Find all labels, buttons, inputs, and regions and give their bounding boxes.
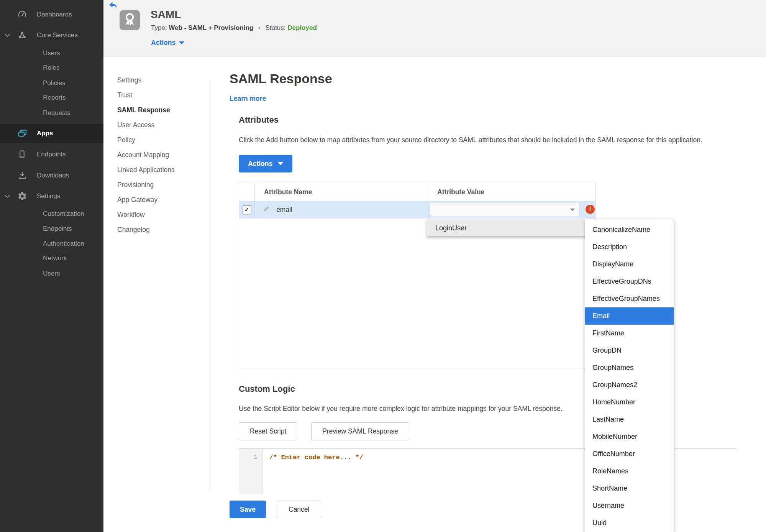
actions-button-label: Actions [248, 160, 272, 168]
sidebar-item-label: Policies [43, 79, 66, 87]
menu-item-mobilenumber[interactable]: MobileNumber [585, 428, 674, 445]
sidebar-item-authentication[interactable]: Authentication [0, 236, 103, 251]
device-icon [17, 149, 27, 159]
menu-item-uuid[interactable]: Uuid [585, 514, 674, 532]
sidebar-item-network[interactable]: Network [0, 251, 103, 266]
menu-item-firstname[interactable]: FirstName [585, 325, 674, 342]
menu-item-email-selected[interactable]: Email [585, 307, 674, 325]
sidebar-item-label: Users [43, 49, 60, 57]
sidebar-item-label: Core Services [37, 31, 78, 39]
preview-saml-response-button[interactable]: Preview SAML Response [311, 422, 409, 440]
tab-policy[interactable]: Policy [117, 133, 205, 148]
tab-user-access[interactable]: User Access [117, 118, 205, 133]
section-title: SAML Response [230, 71, 332, 86]
header-actions-menu[interactable]: Actions [151, 39, 184, 47]
sidebar-item-endpoints[interactable]: Endpoints [0, 147, 103, 162]
chevron-down-icon[interactable] [4, 194, 10, 199]
editor-code-comment[interactable]: /* Enter code here... */ [269, 454, 363, 461]
tab-saml-response[interactable]: SAML Response [117, 103, 205, 118]
content-divider [210, 80, 210, 491]
tab-changelog[interactable]: Changelog [117, 222, 205, 237]
sidebar-item-label: Endpoints [37, 151, 66, 158]
attributes-description: Click the Add button below to map attrib… [239, 136, 741, 144]
save-button[interactable]: Save [230, 501, 266, 518]
pencil-icon[interactable] [262, 205, 270, 215]
line-number: 1 [254, 454, 258, 461]
attribute-value-cell [428, 201, 595, 218]
menu-item-displayname[interactable]: DisplayName [585, 256, 674, 273]
sidebar-item-label: Roles [43, 64, 59, 72]
tab-settings[interactable]: Settings [117, 73, 205, 88]
select-column-header [239, 183, 255, 201]
sidebar-item-label: Reports [43, 94, 66, 102]
menu-item-groupdn[interactable]: GroupDN [585, 342, 674, 359]
menu-item-username[interactable]: Username [585, 497, 674, 514]
menu-item-homenumber[interactable]: HomeNumber [585, 394, 674, 411]
sidebar-item-reports[interactable]: Reports [0, 90, 103, 105]
menu-item-shortname[interactable]: ShortName [585, 480, 674, 497]
sidebar-item-label: Apps [37, 130, 53, 137]
table-header-row: Attribute Name Attribute Value [239, 183, 595, 201]
menu-item-effectivegroupdns[interactable]: EffectiveGroupDNs [585, 273, 674, 290]
app-window: Dashboards Core Services Users Roles Pol… [0, 0, 766, 532]
core-services-hub-icon [17, 30, 27, 40]
attribute-value-dropdown[interactable] [430, 203, 579, 216]
reset-script-button[interactable]: Reset Script [239, 422, 297, 440]
attribute-name-value: email [276, 206, 292, 214]
gauge-icon [17, 10, 27, 20]
tab-app-gateway[interactable]: App Gateway [117, 192, 205, 207]
menu-item-lastname[interactable]: LastName [585, 411, 674, 428]
sidebar-item-label: Endpoints [43, 225, 72, 233]
sidebar-item-roles[interactable]: Roles [0, 60, 103, 76]
validation-error-icon[interactable]: ! [586, 205, 595, 214]
status-badge: Deployed [287, 24, 317, 31]
app-subnav: Settings Trust SAML Response User Access… [117, 73, 205, 237]
sidebar-item-settings-users[interactable]: Users [0, 266, 103, 281]
sidebar-item-label: Users [43, 270, 60, 277]
sidebar-item-label: Customization [43, 210, 84, 218]
cancel-button[interactable]: Cancel [277, 501, 321, 518]
page-title: SAML [151, 8, 181, 21]
custom-logic-heading: Custom Logic [239, 384, 295, 394]
back-arrow-icon[interactable] [108, 1, 118, 11]
attribute-name-cell: email [255, 205, 428, 215]
tab-trust[interactable]: Trust [117, 88, 205, 103]
sidebar-item-apps[interactable]: Apps [0, 124, 103, 143]
menu-item-officenumber[interactable]: OfficeNumber [585, 445, 674, 463]
tab-workflow[interactable]: Workflow [117, 207, 205, 222]
chevron-down-icon [179, 41, 184, 44]
app-header: SAML Type: Web - SAML + Provisioning • S… [103, 0, 766, 57]
tab-linked-applications[interactable]: Linked Applications [117, 163, 205, 177]
sidebar-item-label: Network [43, 255, 67, 262]
menu-item-description[interactable]: Description [585, 238, 674, 256]
menu-item-effectivegroupnames[interactable]: EffectiveGroupNames [585, 290, 674, 307]
type-value: Web - SAML + Provisioning [169, 24, 253, 31]
sidebar-item-policies[interactable]: Policies [0, 76, 103, 91]
attributes-table: Attribute Name Attribute Value ✓ email [239, 183, 595, 368]
sidebar-item-downloads[interactable]: Downloads [0, 168, 103, 183]
loginuser-submenu: CanonicalizeName Description DisplayName… [585, 219, 674, 532]
menu-item-groupnames[interactable]: GroupNames [585, 359, 674, 376]
sidebar-item-users[interactable]: Users [0, 46, 103, 61]
table-row[interactable]: ✓ email [239, 201, 595, 218]
tab-provisioning[interactable]: Provisioning [117, 177, 205, 192]
sidebar-item-settings[interactable]: Settings [0, 189, 103, 204]
tab-account-mapping[interactable]: Account Mapping [117, 148, 205, 163]
sidebar-item-core-services[interactable]: Core Services [0, 28, 103, 43]
learn-more-link[interactable]: Learn more [230, 95, 266, 103]
menu-item-canonicalizename[interactable]: CanonicalizeName [585, 221, 674, 238]
editor-line-gutter: 1 [239, 449, 262, 494]
saml-app-ribbon-icon [120, 10, 140, 30]
sidebar-item-label: Downloads [37, 172, 69, 179]
separator-dot: • [258, 24, 261, 31]
chevron-down-icon[interactable] [4, 33, 10, 38]
sidebar-item-requests[interactable]: Requests [0, 105, 103, 121]
sidebar-item-dashboards[interactable]: Dashboards [0, 7, 103, 22]
menu-item-rolenames[interactable]: RoleNames [585, 463, 674, 480]
menu-item-groupnames2[interactable]: GroupNames2 [585, 376, 674, 394]
sidebar-item-settings-endpoints[interactable]: Endpoints [0, 221, 103, 236]
sidebar-item-customization[interactable]: Customization [0, 206, 103, 222]
sidebar-item-label: Dashboards [37, 11, 72, 18]
attributes-actions-button[interactable]: Actions [239, 155, 292, 172]
row-checkbox[interactable]: ✓ [243, 205, 251, 214]
